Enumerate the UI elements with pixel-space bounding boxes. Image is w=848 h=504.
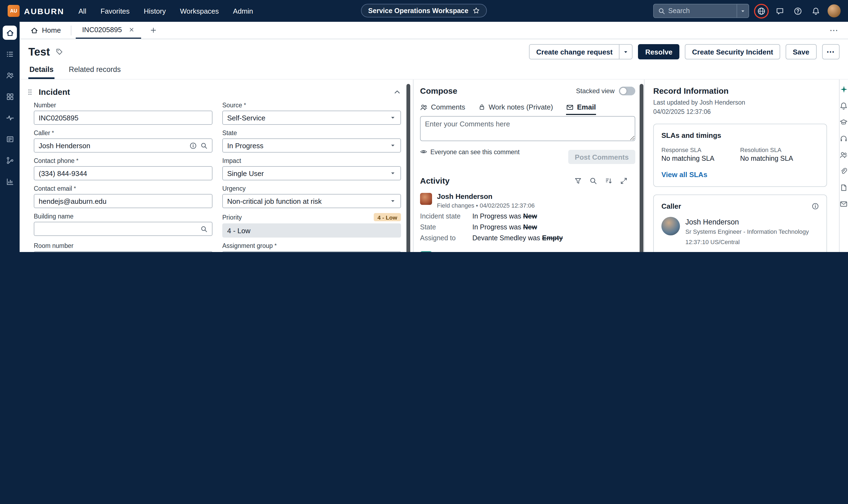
activity-scrollbar[interactable] (639, 84, 644, 252)
urgency-select[interactable]: Non-critical job function at risk (222, 194, 401, 208)
drag-handle-icon[interactable] (26, 88, 34, 96)
search-icon[interactable] (590, 177, 597, 184)
star-icon[interactable] (473, 7, 480, 14)
post-comments-button[interactable]: Post Comments (568, 150, 635, 164)
chat-button[interactable] (773, 4, 787, 17)
nav-all[interactable]: All (78, 7, 86, 15)
tab-related-records[interactable]: Related records (68, 63, 122, 79)
tab-home-label: Home (42, 26, 61, 34)
sidebar-home-button[interactable] (3, 25, 17, 40)
contact-email-input[interactable] (39, 197, 208, 205)
sidebar-reports-button[interactable] (3, 174, 17, 188)
nav-favorites[interactable]: Favorites (101, 7, 130, 15)
search-icon[interactable] (200, 142, 208, 149)
filter-icon[interactable] (574, 177, 582, 184)
search-input[interactable] (668, 7, 732, 15)
users-icon[interactable] (840, 151, 848, 159)
impact-select[interactable]: Single User (222, 166, 401, 180)
now-assist-icon[interactable] (840, 85, 848, 94)
tabbar-more-button[interactable]: ⋯ (829, 25, 843, 35)
sidebar-lists-button[interactable] (3, 47, 17, 61)
save-button[interactable]: Save (786, 44, 816, 59)
workspace-pill[interactable]: Service Operations Workspace (361, 4, 487, 17)
paperclip-icon[interactable] (840, 167, 848, 176)
source-select[interactable]: Self-Service (222, 111, 401, 125)
expand-icon[interactable] (620, 177, 628, 184)
field-label: Building name (34, 213, 213, 220)
graduation-cap-icon[interactable] (840, 118, 848, 126)
sort-icon[interactable] (605, 177, 612, 184)
help-icon (794, 7, 802, 15)
state-select[interactable]: In Progress (222, 138, 401, 152)
brand[interactable]: AU AUBURN (7, 5, 64, 17)
nav-history[interactable]: History (144, 7, 166, 15)
room-number-reference[interactable] (34, 251, 213, 252)
sidebar-activity-button[interactable] (3, 111, 17, 125)
tab-work-notes[interactable]: Work notes (Private) (479, 103, 553, 115)
collapse-section-icon[interactable] (393, 88, 401, 96)
contact-phone-control[interactable] (34, 166, 213, 180)
activity-scrollbar-thumb[interactable] (639, 84, 644, 252)
tab-comments[interactable]: Comments (420, 103, 465, 115)
create-change-request-dropdown[interactable] (619, 45, 632, 59)
building-name-reference[interactable] (34, 222, 213, 236)
file-icon[interactable] (840, 184, 848, 192)
tab-details[interactable]: Details (28, 63, 55, 79)
field-label: Contact phone* (34, 158, 213, 164)
label-text: Number (34, 102, 56, 108)
sidebar-news-button[interactable] (3, 132, 17, 146)
mail-icon[interactable] (840, 200, 848, 208)
tab-email[interactable]: Email (566, 103, 596, 115)
form-scrollbar[interactable] (407, 84, 410, 252)
label-text: State (222, 130, 237, 136)
resolve-button[interactable]: Resolve (638, 44, 680, 59)
caller-input[interactable] (39, 141, 186, 149)
contact-phone-input[interactable] (39, 169, 208, 177)
eye-icon (420, 148, 427, 155)
tag-icon[interactable] (55, 48, 63, 56)
tab-incident[interactable]: INC0205895 (75, 22, 141, 39)
search-main[interactable] (653, 7, 736, 15)
sidebar-workflow-button[interactable] (3, 153, 17, 167)
stacked-view-toggle[interactable] (619, 86, 635, 95)
nav-workspaces[interactable]: Workspaces (180, 7, 219, 15)
number-input[interactable] (39, 114, 208, 122)
headset-icon[interactable] (840, 134, 848, 143)
stacked-view-label: Stacked view (576, 87, 615, 94)
assignment-group-reference[interactable] (222, 251, 401, 252)
number-control[interactable] (34, 111, 213, 125)
form-scrollbar-thumb[interactable] (407, 84, 410, 252)
tab-incident-label: INC0205895 (82, 25, 122, 34)
contact-email-control[interactable] (34, 194, 213, 208)
field-label: Impact (222, 158, 401, 164)
globe-button[interactable] (754, 3, 769, 18)
more-actions-button[interactable]: ⋯ (822, 44, 839, 59)
comment-textarea[interactable] (420, 116, 635, 141)
record-view-tabs: Details Related records (20, 63, 848, 79)
sidebar-users-button[interactable] (3, 68, 17, 82)
caller-reference[interactable] (34, 138, 213, 152)
help-button[interactable] (791, 4, 805, 17)
entry-author: Josh Henderson (437, 193, 535, 201)
tab-home[interactable]: Home (25, 22, 66, 39)
user-avatar[interactable] (827, 4, 841, 17)
search-scope-dropdown[interactable] (736, 4, 748, 17)
info-icon[interactable] (190, 142, 197, 149)
building-name-input[interactable] (39, 225, 197, 233)
field-building-name: Building name (34, 213, 213, 237)
tab-close-button[interactable] (128, 27, 134, 33)
view-all-slas-link[interactable]: View all SLAs (662, 171, 707, 179)
notifications-button[interactable] (809, 4, 823, 17)
field-label: Priority4 - Low (222, 213, 401, 221)
create-change-request-button[interactable]: Create change request (530, 45, 619, 59)
info-icon[interactable] (812, 203, 819, 210)
grid-icon (6, 92, 14, 101)
new-tab-button[interactable] (146, 23, 160, 37)
bell-icon[interactable] (840, 102, 848, 110)
sidebar-apps-button[interactable] (3, 89, 17, 104)
create-security-incident-button[interactable]: Create Security Incident (685, 44, 780, 59)
search-icon[interactable] (200, 225, 208, 232)
nav-admin[interactable]: Admin (233, 7, 253, 15)
change-value: In Progress was (472, 223, 521, 231)
label-text: Building name (34, 213, 74, 220)
